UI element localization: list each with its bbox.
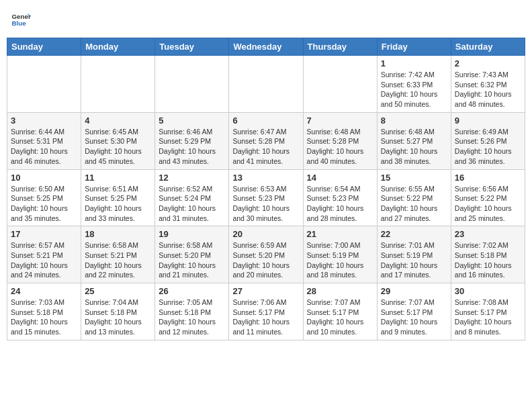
day-of-week-header: Tuesday xyxy=(155,38,229,56)
day-info: Sunrise: 7:42 AM Sunset: 6:33 PM Dayligh… xyxy=(381,70,447,109)
day-info: Sunrise: 6:48 AM Sunset: 5:28 PM Dayligh… xyxy=(307,127,373,167)
calendar-cell: 7Sunrise: 6:48 AM Sunset: 5:28 PM Daylig… xyxy=(303,112,377,169)
calendar-cell: 3Sunrise: 6:44 AM Sunset: 5:31 PM Daylig… xyxy=(7,112,81,169)
calendar-cell: 4Sunrise: 6:45 AM Sunset: 5:30 PM Daylig… xyxy=(81,112,155,169)
calendar-cell: 20Sunrise: 6:59 AM Sunset: 5:20 PM Dayli… xyxy=(229,226,303,283)
day-number: 25 xyxy=(85,286,151,296)
day-number: 2 xyxy=(455,58,521,68)
calendar-cell: 6Sunrise: 6:47 AM Sunset: 5:28 PM Daylig… xyxy=(229,112,303,169)
day-number: 30 xyxy=(455,286,521,296)
day-of-week-header: Friday xyxy=(377,38,451,56)
logo-icon: General Blue xyxy=(11,9,31,30)
day-info: Sunrise: 6:56 AM Sunset: 5:22 PM Dayligh… xyxy=(455,184,521,224)
day-number: 19 xyxy=(159,229,225,239)
day-info: Sunrise: 6:48 AM Sunset: 5:27 PM Dayligh… xyxy=(381,127,447,167)
svg-text:General: General xyxy=(12,13,32,20)
calendar-cell xyxy=(303,56,377,113)
calendar-table: SundayMondayTuesdayWednesdayThursdayFrid… xyxy=(7,38,525,340)
day-number: 4 xyxy=(85,116,151,126)
calendar-cell: 5Sunrise: 6:46 AM Sunset: 5:29 PM Daylig… xyxy=(155,112,229,169)
day-of-week-header: Thursday xyxy=(303,38,377,56)
calendar-cell: 14Sunrise: 6:54 AM Sunset: 5:23 PM Dayli… xyxy=(303,169,377,226)
day-of-week-header: Sunday xyxy=(7,38,81,56)
calendar-week-row: 24Sunrise: 7:03 AM Sunset: 5:18 PM Dayli… xyxy=(7,283,525,340)
day-info: Sunrise: 6:44 AM Sunset: 5:31 PM Dayligh… xyxy=(11,127,77,167)
calendar-cell: 13Sunrise: 6:53 AM Sunset: 5:23 PM Dayli… xyxy=(229,169,303,226)
day-number: 1 xyxy=(381,58,447,68)
day-number: 15 xyxy=(381,173,447,183)
calendar-cell: 1Sunrise: 7:42 AM Sunset: 6:33 PM Daylig… xyxy=(377,56,451,113)
day-info: Sunrise: 7:04 AM Sunset: 5:18 PM Dayligh… xyxy=(85,298,151,337)
calendar-cell: 9Sunrise: 6:49 AM Sunset: 5:26 PM Daylig… xyxy=(451,112,525,169)
day-number: 17 xyxy=(11,229,77,239)
day-info: Sunrise: 6:51 AM Sunset: 5:25 PM Dayligh… xyxy=(85,184,151,224)
day-number: 9 xyxy=(455,116,521,126)
calendar-cell: 19Sunrise: 6:58 AM Sunset: 5:20 PM Dayli… xyxy=(155,226,229,283)
logo: General Blue xyxy=(11,9,31,30)
day-info: Sunrise: 6:54 AM Sunset: 5:23 PM Dayligh… xyxy=(307,184,373,224)
day-info: Sunrise: 7:06 AM Sunset: 5:17 PM Dayligh… xyxy=(232,298,299,337)
day-number: 6 xyxy=(232,116,299,126)
calendar-cell: 23Sunrise: 7:02 AM Sunset: 5:18 PM Dayli… xyxy=(451,226,525,283)
day-info: Sunrise: 6:50 AM Sunset: 5:25 PM Dayligh… xyxy=(11,184,77,224)
page-header: General Blue xyxy=(7,7,525,32)
day-number: 11 xyxy=(85,173,151,183)
day-number: 10 xyxy=(11,173,77,183)
day-number: 20 xyxy=(232,229,299,239)
calendar-cell: 11Sunrise: 6:51 AM Sunset: 5:25 PM Dayli… xyxy=(81,169,155,226)
calendar-cell: 17Sunrise: 6:57 AM Sunset: 5:21 PM Dayli… xyxy=(7,226,81,283)
day-info: Sunrise: 7:43 AM Sunset: 6:32 PM Dayligh… xyxy=(455,70,521,109)
day-info: Sunrise: 6:45 AM Sunset: 5:30 PM Dayligh… xyxy=(85,127,151,167)
day-info: Sunrise: 7:00 AM Sunset: 5:19 PM Dayligh… xyxy=(307,240,373,280)
calendar-cell: 30Sunrise: 7:08 AM Sunset: 5:17 PM Dayli… xyxy=(451,283,525,340)
day-number: 24 xyxy=(11,286,77,296)
calendar-cell: 24Sunrise: 7:03 AM Sunset: 5:18 PM Dayli… xyxy=(7,283,81,340)
day-info: Sunrise: 7:03 AM Sunset: 5:18 PM Dayligh… xyxy=(11,298,77,337)
day-of-week-header: Wednesday xyxy=(229,38,303,56)
day-info: Sunrise: 7:07 AM Sunset: 5:17 PM Dayligh… xyxy=(381,298,447,337)
calendar-cell: 25Sunrise: 7:04 AM Sunset: 5:18 PM Dayli… xyxy=(81,283,155,340)
calendar-cell: 22Sunrise: 7:01 AM Sunset: 5:19 PM Dayli… xyxy=(377,226,451,283)
calendar-cell: 28Sunrise: 7:07 AM Sunset: 5:17 PM Dayli… xyxy=(303,283,377,340)
calendar-cell: 16Sunrise: 6:56 AM Sunset: 5:22 PM Dayli… xyxy=(451,169,525,226)
day-info: Sunrise: 6:59 AM Sunset: 5:20 PM Dayligh… xyxy=(232,240,299,280)
calendar-week-row: 1Sunrise: 7:42 AM Sunset: 6:33 PM Daylig… xyxy=(7,56,525,113)
calendar-cell: 8Sunrise: 6:48 AM Sunset: 5:27 PM Daylig… xyxy=(377,112,451,169)
calendar-cell xyxy=(7,56,81,113)
day-number: 12 xyxy=(159,173,225,183)
calendar-cell: 21Sunrise: 7:00 AM Sunset: 5:19 PM Dayli… xyxy=(303,226,377,283)
calendar-cell xyxy=(81,56,155,113)
day-number: 8 xyxy=(381,116,447,126)
calendar-week-row: 10Sunrise: 6:50 AM Sunset: 5:25 PM Dayli… xyxy=(7,169,525,226)
day-info: Sunrise: 7:05 AM Sunset: 5:18 PM Dayligh… xyxy=(159,298,225,337)
day-number: 26 xyxy=(159,286,225,296)
day-info: Sunrise: 6:46 AM Sunset: 5:29 PM Dayligh… xyxy=(159,127,225,167)
day-number: 13 xyxy=(232,173,299,183)
day-number: 22 xyxy=(381,229,447,239)
calendar-cell: 18Sunrise: 6:58 AM Sunset: 5:21 PM Dayli… xyxy=(81,226,155,283)
calendar-cell: 10Sunrise: 6:50 AM Sunset: 5:25 PM Dayli… xyxy=(7,169,81,226)
day-info: Sunrise: 6:49 AM Sunset: 5:26 PM Dayligh… xyxy=(455,127,521,167)
day-number: 14 xyxy=(307,173,373,183)
day-number: 23 xyxy=(455,229,521,239)
calendar-cell: 2Sunrise: 7:43 AM Sunset: 6:32 PM Daylig… xyxy=(451,56,525,113)
day-info: Sunrise: 7:08 AM Sunset: 5:17 PM Dayligh… xyxy=(455,298,521,337)
day-info: Sunrise: 6:55 AM Sunset: 5:22 PM Dayligh… xyxy=(381,184,447,224)
calendar-week-row: 3Sunrise: 6:44 AM Sunset: 5:31 PM Daylig… xyxy=(7,112,525,169)
day-number: 3 xyxy=(11,116,77,126)
day-number: 18 xyxy=(85,229,151,239)
calendar-cell: 12Sunrise: 6:52 AM Sunset: 5:24 PM Dayli… xyxy=(155,169,229,226)
calendar-cell: 26Sunrise: 7:05 AM Sunset: 5:18 PM Dayli… xyxy=(155,283,229,340)
calendar-cell: 15Sunrise: 6:55 AM Sunset: 5:22 PM Dayli… xyxy=(377,169,451,226)
day-info: Sunrise: 7:01 AM Sunset: 5:19 PM Dayligh… xyxy=(381,240,447,280)
day-number: 7 xyxy=(307,116,373,126)
day-number: 5 xyxy=(159,116,225,126)
day-number: 28 xyxy=(307,286,373,296)
day-info: Sunrise: 6:52 AM Sunset: 5:24 PM Dayligh… xyxy=(159,184,225,224)
calendar-cell: 29Sunrise: 7:07 AM Sunset: 5:17 PM Dayli… xyxy=(377,283,451,340)
calendar-cell: 27Sunrise: 7:06 AM Sunset: 5:17 PM Dayli… xyxy=(229,283,303,340)
calendar-cell xyxy=(229,56,303,113)
day-info: Sunrise: 6:58 AM Sunset: 5:20 PM Dayligh… xyxy=(159,240,225,280)
day-info: Sunrise: 7:07 AM Sunset: 5:17 PM Dayligh… xyxy=(307,298,373,337)
day-info: Sunrise: 6:47 AM Sunset: 5:28 PM Dayligh… xyxy=(232,127,299,167)
